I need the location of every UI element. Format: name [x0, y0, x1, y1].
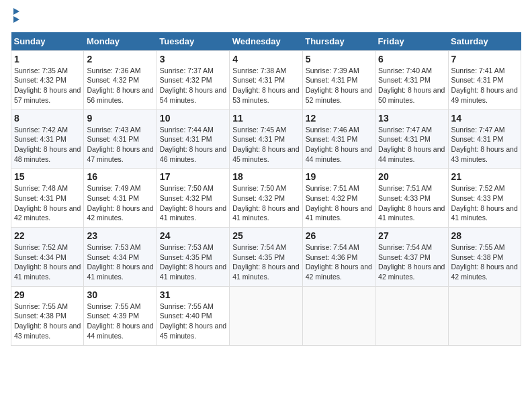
day-number: 5 — [306, 54, 372, 64]
day-detail: Sunrise: 7:42 AMSunset: 4:31 PMDaylight:… — [14, 125, 81, 165]
day-number: 12 — [306, 113, 372, 124]
day-detail: Sunrise: 7:50 AMSunset: 4:32 PMDaylight:… — [160, 183, 226, 223]
day-detail: Sunrise: 7:43 AMSunset: 4:31 PMDaylight:… — [87, 125, 153, 165]
day-detail: Sunrise: 7:41 AMSunset: 4:31 PMDaylight:… — [451, 66, 518, 105]
calendar-cell: 25 Sunrise: 7:54 AMSunset: 4:35 PMDaylig… — [230, 228, 302, 287]
calendar-cell: 8 Sunrise: 7:42 AMSunset: 4:31 PMDayligh… — [11, 109, 84, 169]
calendar-week-5: 29 Sunrise: 7:55 AMSunset: 4:38 PMDaylig… — [11, 286, 521, 345]
calendar-cell — [448, 286, 521, 345]
day-number: 8 — [14, 113, 81, 124]
calendar-cell: 5 Sunrise: 7:39 AMSunset: 4:31 PMDayligh… — [302, 50, 375, 109]
day-detail: Sunrise: 7:38 AMSunset: 4:31 PMDaylight:… — [232, 66, 299, 105]
calendar-cell: 19 Sunrise: 7:51 AMSunset: 4:32 PMDaylig… — [302, 169, 375, 228]
day-number: 24 — [160, 230, 226, 241]
calendar-cell: 7 Sunrise: 7:41 AMSunset: 4:31 PMDayligh… — [448, 50, 521, 109]
day-detail: Sunrise: 7:35 AMSunset: 4:32 PMDaylight:… — [14, 66, 81, 105]
day-detail: Sunrise: 7:47 AMSunset: 4:31 PMDaylight:… — [451, 125, 518, 165]
day-detail: Sunrise: 7:46 AMSunset: 4:31 PMDaylight:… — [306, 125, 372, 165]
day-detail: Sunrise: 7:55 AMSunset: 4:39 PMDaylight:… — [87, 302, 153, 341]
calendar-cell: 3 Sunrise: 7:37 AMSunset: 4:32 PMDayligh… — [157, 50, 229, 109]
day-number: 13 — [378, 113, 445, 124]
day-number: 10 — [160, 113, 226, 124]
calendar-cell: 29 Sunrise: 7:55 AMSunset: 4:38 PMDaylig… — [11, 286, 84, 345]
calendar-cell: 18 Sunrise: 7:50 AMSunset: 4:32 PMDaylig… — [230, 169, 302, 228]
day-number: 22 — [14, 230, 81, 241]
day-number: 11 — [232, 113, 299, 124]
logo — [11, 11, 19, 24]
day-detail: Sunrise: 7:55 AMSunset: 4:40 PMDaylight:… — [160, 302, 226, 341]
calendar-week-4: 22 Sunrise: 7:52 AMSunset: 4:34 PMDaylig… — [11, 228, 521, 287]
day-detail: Sunrise: 7:51 AMSunset: 4:33 PMDaylight:… — [378, 183, 445, 223]
calendar-week-3: 15 Sunrise: 7:48 AMSunset: 4:31 PMDaylig… — [11, 169, 521, 228]
weekday-header-tuesday: Tuesday — [157, 32, 229, 51]
calendar-cell: 17 Sunrise: 7:50 AMSunset: 4:32 PMDaylig… — [157, 169, 229, 228]
weekday-header-sunday: Sunday — [11, 32, 84, 51]
day-number: 2 — [87, 54, 153, 64]
page-header — [11, 11, 521, 24]
day-number: 27 — [378, 230, 445, 241]
calendar-cell: 14 Sunrise: 7:47 AMSunset: 4:31 PMDaylig… — [448, 109, 521, 169]
day-detail: Sunrise: 7:53 AMSunset: 4:35 PMDaylight:… — [160, 242, 226, 282]
weekday-header-friday: Friday — [375, 32, 448, 51]
day-number: 7 — [451, 54, 518, 64]
calendar-cell: 30 Sunrise: 7:55 AMSunset: 4:39 PMDaylig… — [84, 286, 157, 345]
weekday-header-monday: Monday — [84, 32, 157, 51]
day-number: 26 — [306, 230, 372, 241]
calendar-cell: 23 Sunrise: 7:53 AMSunset: 4:34 PMDaylig… — [84, 228, 157, 287]
day-detail: Sunrise: 7:52 AMSunset: 4:33 PMDaylight:… — [451, 183, 518, 223]
calendar-cell: 28 Sunrise: 7:55 AMSunset: 4:38 PMDaylig… — [448, 228, 521, 287]
day-number: 20 — [378, 171, 445, 182]
calendar-cell: 22 Sunrise: 7:52 AMSunset: 4:34 PMDaylig… — [11, 228, 84, 287]
calendar-cell — [230, 286, 302, 345]
calendar-cell: 31 Sunrise: 7:55 AMSunset: 4:40 PMDaylig… — [157, 286, 229, 345]
calendar-cell: 24 Sunrise: 7:53 AMSunset: 4:35 PMDaylig… — [157, 228, 229, 287]
day-number: 4 — [232, 54, 299, 64]
day-number: 18 — [232, 171, 299, 182]
calendar-cell — [375, 286, 448, 345]
calendar-cell — [302, 286, 375, 345]
day-number: 28 — [451, 230, 518, 241]
day-detail: Sunrise: 7:49 AMSunset: 4:31 PMDaylight:… — [87, 183, 153, 223]
weekday-header-saturday: Saturday — [448, 32, 521, 51]
day-number: 23 — [87, 230, 153, 241]
calendar-cell: 6 Sunrise: 7:40 AMSunset: 4:31 PMDayligh… — [375, 50, 448, 109]
calendar-cell: 10 Sunrise: 7:44 AMSunset: 4:31 PMDaylig… — [157, 109, 229, 169]
day-detail: Sunrise: 7:45 AMSunset: 4:31 PMDaylight:… — [232, 125, 299, 165]
calendar-cell: 13 Sunrise: 7:47 AMSunset: 4:31 PMDaylig… — [375, 109, 448, 169]
day-detail: Sunrise: 7:39 AMSunset: 4:31 PMDaylight:… — [306, 66, 372, 105]
day-detail: Sunrise: 7:52 AMSunset: 4:34 PMDaylight:… — [14, 242, 81, 282]
day-detail: Sunrise: 7:40 AMSunset: 4:31 PMDaylight:… — [378, 66, 445, 105]
day-number: 29 — [14, 289, 81, 300]
day-detail: Sunrise: 7:50 AMSunset: 4:32 PMDaylight:… — [232, 183, 299, 223]
day-detail: Sunrise: 7:36 AMSunset: 4:32 PMDaylight:… — [87, 66, 153, 105]
calendar-cell: 20 Sunrise: 7:51 AMSunset: 4:33 PMDaylig… — [375, 169, 448, 228]
calendar-cell: 16 Sunrise: 7:49 AMSunset: 4:31 PMDaylig… — [84, 169, 157, 228]
calendar-cell: 26 Sunrise: 7:54 AMSunset: 4:36 PMDaylig… — [302, 228, 375, 287]
day-number: 17 — [160, 171, 226, 182]
day-detail: Sunrise: 7:37 AMSunset: 4:32 PMDaylight:… — [160, 66, 226, 105]
calendar-cell: 15 Sunrise: 7:48 AMSunset: 4:31 PMDaylig… — [11, 169, 84, 228]
day-number: 16 — [87, 171, 153, 182]
day-number: 30 — [87, 289, 153, 300]
day-detail: Sunrise: 7:44 AMSunset: 4:31 PMDaylight:… — [160, 125, 226, 165]
day-number: 31 — [160, 289, 226, 300]
calendar-cell: 11 Sunrise: 7:45 AMSunset: 4:31 PMDaylig… — [230, 109, 302, 169]
day-number: 3 — [160, 54, 226, 64]
calendar-cell: 4 Sunrise: 7:38 AMSunset: 4:31 PMDayligh… — [230, 50, 302, 109]
calendar-cell: 27 Sunrise: 7:54 AMSunset: 4:37 PMDaylig… — [375, 228, 448, 287]
day-number: 15 — [14, 171, 81, 182]
day-number: 21 — [451, 171, 518, 182]
calendar-cell: 12 Sunrise: 7:46 AMSunset: 4:31 PMDaylig… — [302, 109, 375, 169]
calendar-week-1: 1 Sunrise: 7:35 AMSunset: 4:32 PMDayligh… — [11, 50, 521, 109]
calendar-table: SundayMondayTuesdayWednesdayThursdayFrid… — [11, 32, 521, 346]
day-detail: Sunrise: 7:54 AMSunset: 4:36 PMDaylight:… — [306, 242, 372, 282]
calendar-week-2: 8 Sunrise: 7:42 AMSunset: 4:31 PMDayligh… — [11, 109, 521, 169]
weekday-header-thursday: Thursday — [302, 32, 375, 51]
day-detail: Sunrise: 7:48 AMSunset: 4:31 PMDaylight:… — [14, 183, 81, 223]
day-detail: Sunrise: 7:55 AMSunset: 4:38 PMDaylight:… — [14, 302, 81, 341]
day-number: 6 — [378, 54, 445, 64]
day-number: 25 — [232, 230, 299, 241]
day-number: 9 — [87, 113, 153, 124]
weekday-header-wednesday: Wednesday — [230, 32, 302, 51]
day-number: 1 — [14, 54, 81, 64]
